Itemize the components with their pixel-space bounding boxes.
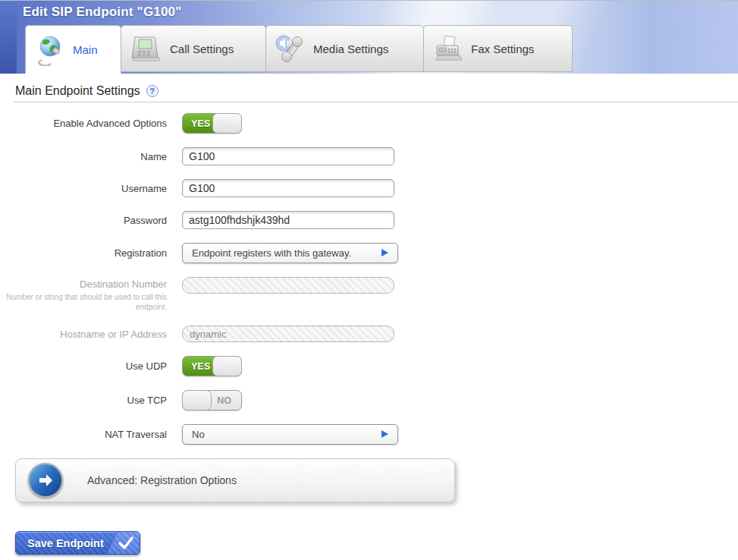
toggle-on-text: YES — [191, 118, 210, 129]
username-input[interactable] — [182, 179, 394, 197]
password-input[interactable] — [182, 211, 394, 229]
hostname-row: Hostname or IP Address — [0, 326, 738, 342]
use-udp-row: Use UDP YES — [0, 356, 738, 376]
help-icon[interactable]: ? — [146, 85, 159, 97]
username-label: Username — [0, 183, 182, 194]
checkmark-icon — [105, 532, 140, 554]
toggle-off-text: NO — [217, 395, 231, 406]
tab-media-settings-label: Media Settings — [313, 42, 388, 55]
tab-bar: Main Call Settings — [26, 25, 573, 74]
password-label: Password — [0, 215, 182, 226]
destination-number-input — [182, 277, 394, 294]
handset-icon — [274, 33, 306, 64]
registration-dropdown-value: Endpoint registers with this gateway. — [192, 247, 351, 259]
hostname-label: Hostname or IP Address — [0, 329, 182, 340]
globe-icon — [33, 34, 65, 66]
registration-dropdown[interactable]: Endpoint registers with this gateway. — [182, 243, 398, 263]
section-header: Main Endpoint Settings ? — [15, 84, 738, 98]
dropdown-arrow-icon — [382, 249, 388, 256]
tab-main[interactable]: Main — [25, 25, 121, 74]
use-tcp-toggle[interactable]: NO — [182, 390, 242, 411]
hostname-input — [182, 326, 394, 342]
dropdown-arrow-icon — [382, 430, 388, 438]
nat-traversal-dropdown-value: No — [192, 429, 205, 440]
advanced-panel-label: Advanced: Registration Options — [87, 474, 237, 486]
dialog-header: Edit SIP Endpoint "G100" Main — [0, 0, 738, 74]
save-endpoint-button-label: Save Endpoint — [27, 537, 104, 549]
phone-icon — [129, 33, 162, 64]
enable-advanced-row: Enable Advanced Options YES — [0, 113, 738, 134]
destination-number-label: Destination Number — [0, 278, 167, 290]
name-input[interactable] — [182, 147, 394, 165]
tab-call-settings[interactable]: Call Settings — [121, 25, 266, 72]
arrow-circle-icon — [28, 463, 63, 498]
toggle-knob — [182, 390, 212, 411]
enable-advanced-toggle[interactable]: YES — [182, 113, 242, 134]
tab-fax-settings-label: Fax Settings — [471, 42, 534, 55]
endpoint-settings-form: Enable Advanced Options YES Name Usernam… — [0, 113, 738, 445]
tab-media-settings[interactable]: Media Settings — [265, 25, 424, 72]
toggle-on-text: YES — [191, 361, 210, 372]
use-tcp-row: Use TCP NO — [0, 390, 738, 411]
name-label: Name — [0, 151, 182, 162]
enable-advanced-label: Enable Advanced Options — [0, 118, 182, 129]
advanced-registration-options-button[interactable]: Advanced: Registration Options — [15, 458, 455, 502]
name-row: Name — [0, 147, 738, 165]
nat-traversal-label: NAT Traversal — [0, 429, 182, 440]
tab-call-settings-label: Call Settings — [170, 42, 234, 55]
password-row: Password — [0, 211, 738, 229]
save-endpoint-button[interactable]: Save Endpoint — [15, 531, 140, 555]
tab-fax-settings[interactable]: Fax Settings — [423, 25, 573, 72]
destination-number-label-block: Destination Number Number or string that… — [0, 277, 182, 312]
nat-traversal-dropdown[interactable]: No — [182, 424, 398, 445]
use-udp-label: Use UDP — [0, 360, 182, 372]
section-title: Main Endpoint Settings — [15, 84, 140, 98]
tab-main-label: Main — [73, 43, 98, 56]
registration-row: Registration Endpoint registers with thi… — [0, 243, 738, 263]
fax-icon — [432, 33, 463, 64]
toggle-knob — [212, 356, 242, 376]
nat-traversal-row: NAT Traversal No — [0, 424, 738, 445]
toggle-knob — [212, 113, 242, 134]
use-udp-toggle[interactable]: YES — [182, 356, 242, 376]
destination-number-row: Destination Number Number or string that… — [0, 277, 738, 312]
dialog-title: Edit SIP Endpoint "G100" — [23, 5, 182, 20]
header-left-stripe — [0, 1, 17, 74]
use-tcp-label: Use TCP — [0, 395, 182, 406]
destination-number-help-text: Number or string that should be used to … — [0, 292, 167, 312]
main-tab-panel: Main Endpoint Settings ? Enable Advanced… — [0, 84, 738, 555]
username-row: Username — [0, 179, 738, 197]
registration-label: Registration — [0, 247, 182, 259]
section-divider — [14, 102, 738, 102]
